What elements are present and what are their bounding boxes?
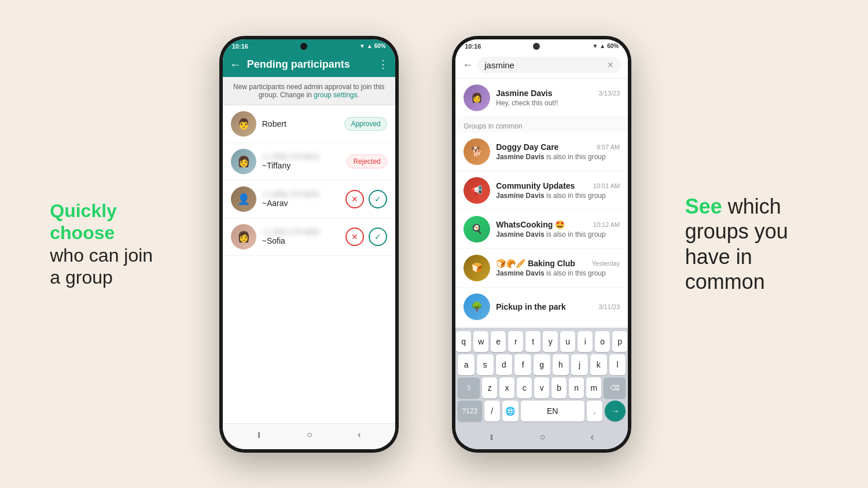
nav-recent-apps-2[interactable]: ⫾ [490,432,494,442]
preview-bold-whats: Jasmine Davis [496,230,544,239]
key-period[interactable]: . [587,401,603,421]
avatar-tiffany: 👩 [231,149,256,174]
key-g[interactable]: g [534,354,550,375]
preview-bold-baking: Jasmine Davis [496,269,544,277]
chat-content-doggy: Doggy Day Care 9:07 AM Jasmine Davis is … [496,142,620,161]
camera-notch-1 [300,43,307,50]
key-h[interactable]: h [553,354,569,375]
accept-button-sofia[interactable]: ✓ [369,228,387,246]
participant-number-tiffany: +1 (555) 374-8812 [262,153,341,161]
left-highlight: Quickly choose [50,200,117,243]
status-bar-right-2: ▼ ▲ 60% [592,43,619,49]
search-back-button[interactable]: ← [462,59,473,71]
key-s[interactable]: s [477,354,494,375]
key-w[interactable]: w [473,331,488,352]
search-bar: ← jasmine ✕ [455,52,628,79]
participant-number-aarav: +1 (800) 379-8834 [262,190,340,199]
chat-name-community: Community Updates [496,181,575,190]
key-e[interactable]: e [491,331,506,352]
avatar-sofia: 👩 [231,224,256,249]
preview-bold-community: Jasmine Davis [496,192,544,200]
search-clear-button[interactable]: ✕ [607,60,614,69]
key-c[interactable]: c [517,377,532,398]
menu-dots-1[interactable]: ⋮ [378,58,388,71]
left-text-block: Quickly choose who can join a group [50,200,165,289]
back-button-1[interactable]: ← [230,58,241,71]
key-slash[interactable]: / [484,401,501,421]
key-a[interactable]: a [458,354,475,375]
nav-home[interactable]: ○ [307,430,312,440]
chat-item-community[interactable]: 📢 Community Updates 10:01 AM Jasmine Dav… [455,171,628,210]
nav-home-2[interactable]: ○ [540,432,546,442]
nav-back-2[interactable]: ‹ [591,432,594,442]
avatar-baking-icon: 🍞 [471,262,483,273]
key-language[interactable]: EN [521,401,584,421]
key-k[interactable]: k [590,354,607,375]
status-badge-robert: Approved [344,117,387,131]
key-shift[interactable]: ⇧ [458,377,480,398]
key-q[interactable]: q [456,331,471,352]
signal-icon: ▲ [367,43,373,49]
group-settings-link[interactable]: group settings [314,91,357,99]
chat-item-pickup[interactable]: 🌳 Pickup in the park 3/11/23 [455,288,628,326]
reject-button-sofia[interactable]: ✕ [345,228,364,246]
avatar-community: 📢 [464,177,490,204]
key-z[interactable]: z [482,377,497,398]
participant-name-aarav: ~Aarav [262,199,340,208]
reject-button-aarav[interactable]: ✕ [345,190,364,208]
key-u[interactable]: u [560,331,575,352]
left-rest: who can join a group [50,245,153,288]
participant-name-robert: Robert [262,119,339,129]
chat-content-baking: 🍞🥐🥖 Baking Club Yesterday Jasmine Davis … [496,259,620,277]
avatar-pickup: 🌳 [464,293,490,320]
right-text-block: See which groups you have in common [685,194,818,294]
chat-content-pickup: Pickup in the park 3/11/23 [496,302,620,311]
key-y[interactable]: y [543,331,558,352]
chat-time-baking: Yesterday [592,260,620,267]
nav-back[interactable]: ‹ [358,430,361,440]
chat-item-doggy[interactable]: 🐕 Doggy Day Care 9:07 AM Jasmine Davis i… [455,133,628,171]
search-input-container: jasmine ✕ [477,57,621,74]
key-backspace[interactable]: ⌫ [604,377,626,398]
search-results: 👩 Jasmine Davis 3/13/23 Hey, check this … [455,79,628,328]
chat-preview-whats: Jasmine Davis is also in this group [496,230,620,239]
key-send[interactable]: → [605,401,626,421]
participant-info-aarav: +1 (800) 379-8834 ~Aarav [262,190,340,208]
chat-item-jasmine[interactable]: 👩 Jasmine Davis 3/13/23 Hey, check this … [455,79,628,118]
chat-preview-jasmine: Hey, check this out!! [496,99,620,107]
key-b[interactable]: b [551,377,567,398]
key-i[interactable]: i [578,331,593,352]
key-v[interactable]: v [534,377,549,398]
nav-recent-apps[interactable]: ⫾ [257,430,262,440]
key-r[interactable]: r [508,331,523,352]
search-value[interactable]: jasmine [484,60,607,70]
key-p[interactable]: p [612,331,627,352]
app-bar-1: ← Pending participants ⋮ [223,52,395,77]
chat-time-doggy: 9:07 AM [597,144,620,151]
key-l[interactable]: l [609,354,626,375]
avatar-jasmine-icon: 👩 [471,92,483,103]
chat-content-community: Community Updates 10:01 AM Jasmine Davis… [496,181,620,200]
chat-header-doggy: Doggy Day Care 9:07 AM [496,142,620,152]
participant-sofia: 👩 +1 (555) 378-8856 ~Sofia ✕ ✓ [223,218,395,256]
keyboard: q w e r t y u i o p a s d f g [455,328,628,427]
key-globe[interactable]: 🌐 [502,401,518,421]
key-j[interactable]: j [571,354,588,375]
accept-button-aarav[interactable]: ✓ [369,190,387,208]
key-t[interactable]: t [525,331,540,352]
keyboard-row-1: q w e r t y u i o p [458,331,626,352]
chat-item-whats[interactable]: 🍳 WhatsCooking 🤩 10:12 AM Jasmine Davis … [455,210,628,249]
key-o[interactable]: o [595,331,610,352]
key-x[interactable]: x [499,377,514,398]
action-icons-sofia: ✕ ✓ [345,228,387,246]
key-n[interactable]: n [569,377,584,398]
key-f[interactable]: f [514,354,531,375]
chat-time-jasmine: 3/13/23 [599,90,620,97]
chat-header-jasmine: Jasmine Davis 3/13/23 [496,89,620,98]
participant-name-sofia: ~Sofia [262,236,340,245]
key-numbers[interactable]: ?123 [458,401,481,421]
key-d[interactable]: d [496,354,513,375]
key-m[interactable]: m [586,377,601,398]
chat-name-doggy: Doggy Day Care [496,142,558,152]
chat-item-baking[interactable]: 🍞 🍞🥐🥖 Baking Club Yesterday Jasmine Davi… [455,249,628,288]
